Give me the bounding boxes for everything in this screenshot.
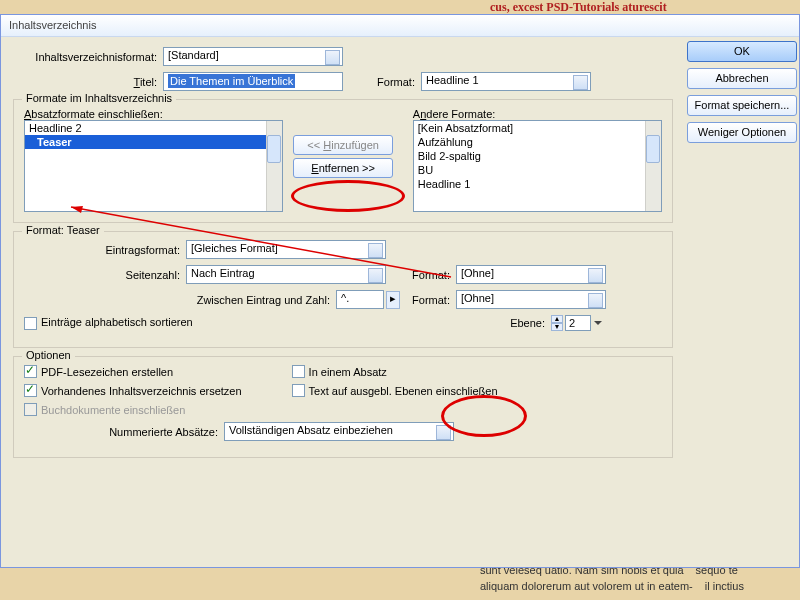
list-item[interactable]: Headline 2 <box>25 121 282 135</box>
bookdocs-label: Buchdokumente einschließen <box>41 404 185 416</box>
hidden-layers-checkbox[interactable] <box>292 384 305 397</box>
include-formats-list[interactable]: Headline 2 Teaser <box>24 120 283 212</box>
pdf-bookmarks-checkbox[interactable] <box>24 365 37 378</box>
list-item[interactable]: [Kein Absatzformat] <box>414 121 661 135</box>
between-format-select[interactable]: [Ohne] <box>456 290 606 309</box>
between-label: Zwischen Eintrag und Zahl: <box>24 294 336 306</box>
single-paragraph-checkbox[interactable] <box>292 365 305 378</box>
title-label: TTitel:itel: <box>13 76 163 88</box>
format-teaser-legend: Format: Teaser <box>22 224 104 236</box>
level-label: Ebene: <box>510 317 551 329</box>
add-button[interactable]: << Hinzufügen<< Hinzufügen <box>293 135 393 155</box>
formats-legend: Formate im Inhaltsverzeichnis <box>22 92 176 104</box>
between-input[interactable]: ^. <box>336 290 384 309</box>
toc-format-select[interactable]: [Standard] <box>163 47 343 66</box>
list-item[interactable]: BU <box>414 163 661 177</box>
numbered-paragraphs-select[interactable]: Vollständigen Absatz einbeziehen <box>224 422 454 441</box>
list-item[interactable]: Aufzählung <box>414 135 661 149</box>
remove-button[interactable]: Entfernen >>Entfernen >> <box>293 158 393 178</box>
options-legend: Optionen <box>22 349 75 361</box>
other-formats-list[interactable]: [Kein Absatzformat] Aufzählung Bild 2-sp… <box>413 120 662 212</box>
save-format-button[interactable]: Format speichern... <box>687 95 797 116</box>
entry-format-select[interactable]: [Gleiches Format] <box>186 240 386 259</box>
title-format-select[interactable]: Headline 1 <box>421 72 591 91</box>
dialog-title: Inhaltsverzeichnis <box>1 15 799 37</box>
scrollbar[interactable] <box>266 121 282 211</box>
alpha-sort-checkbox[interactable]: Einträge alphabetisch sortieren <box>24 316 193 330</box>
list-item[interactable]: Headline 1 <box>414 177 661 191</box>
level-spinner[interactable]: ▲▼ 2 <box>551 315 591 331</box>
cancel-button[interactable]: Abbrechen <box>687 68 797 89</box>
list-item-selected[interactable]: Teaser <box>25 135 282 149</box>
background-text-top: cus, excest PSD-Tutorials aturescit <box>490 0 667 15</box>
bookdocs-checkbox <box>24 403 37 416</box>
toc-format-label: Inhaltsverzeichnisformat: <box>13 51 163 63</box>
title-format-label: Format: <box>343 76 421 88</box>
other-formats-label: Andere Formate:Andere Formate: <box>413 108 662 120</box>
pagenum-format-label: Format: <box>386 269 456 281</box>
scrollbar[interactable] <box>645 121 661 211</box>
hidden-layers-label: Text auf ausgebl. Ebenen einschließen <box>309 385 498 397</box>
dialog-window: Inhaltsverzeichnis OK Abbrechen Format s… <box>0 14 800 568</box>
single-paragraph-label: In einem Absatz <box>309 366 387 378</box>
pagenum-select[interactable]: Nach Eintrag <box>186 265 386 284</box>
title-input[interactable]: Die Themen im Überblick <box>163 72 343 91</box>
replace-toc-checkbox[interactable] <box>24 384 37 397</box>
numbered-paragraphs-label: Nummerierte Absätze: <box>24 426 224 438</box>
add-label: H <box>323 139 331 151</box>
pagenum-label: Seitenzahl: <box>24 269 186 281</box>
between-format-label: Format: <box>400 294 456 306</box>
pagenum-format-select[interactable]: [Ohne] <box>456 265 606 284</box>
chevron-down-icon[interactable] <box>594 321 602 329</box>
pdf-bookmarks-label: PDF-Lesezeichen erstellen <box>41 366 173 378</box>
list-item[interactable]: Bild 2-spaltig <box>414 149 661 163</box>
between-flyout-icon[interactable]: ▸ <box>386 291 400 309</box>
include-formats-label: Absatzformate einschließen:Absatzformate… <box>24 108 283 120</box>
ok-button[interactable]: OK <box>687 41 797 62</box>
replace-toc-label: Vorhandenes Inhaltsverzeichnis ersetzen <box>41 385 242 397</box>
fewer-options-button[interactable]: Weniger Optionen <box>687 122 797 143</box>
entry-format-label: Eintragsformat: <box>24 244 186 256</box>
